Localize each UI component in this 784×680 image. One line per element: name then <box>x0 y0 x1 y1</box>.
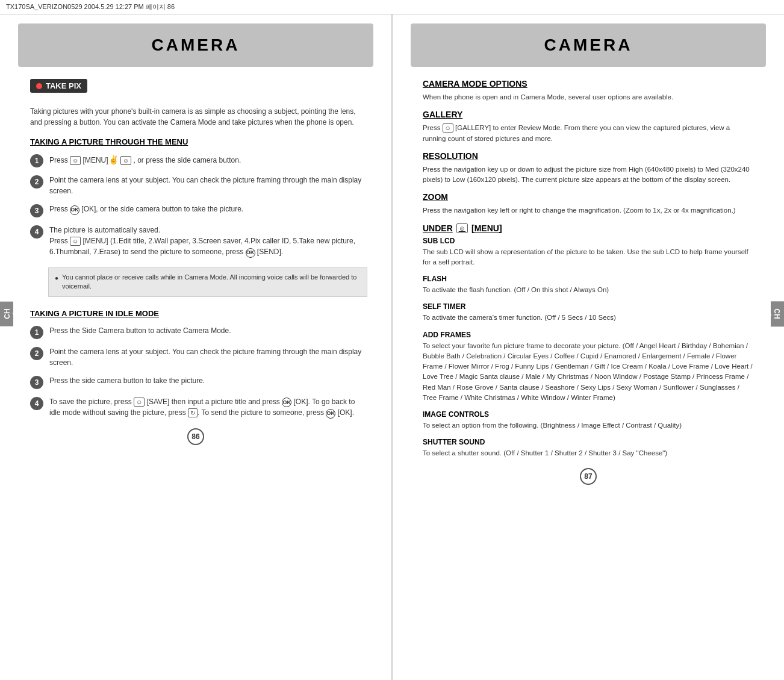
step-idle-4: 4 To save the picture, press ☺ [SAVE] th… <box>30 396 367 419</box>
ok-icon-4: OK <box>326 409 335 419</box>
step-idle-3: 3 Press the side camera button to take t… <box>30 375 367 389</box>
zoom-title: ZOOM <box>423 192 754 202</box>
step-idle-num-2: 2 <box>30 347 43 360</box>
step-idle-1: 1 Press the Side Camera button to activa… <box>30 325 367 339</box>
section1-title: TAKING A PICTURE THROUGH THE MENU <box>30 137 367 146</box>
step-idle-num-3: 3 <box>30 376 43 389</box>
left-page: CH 4 CAMERA TAKE PIX Taking pictures wit… <box>0 14 393 680</box>
right-page-number: 87 <box>393 468 784 485</box>
sub-lcd-text: The sub LCD will show a representation o… <box>423 247 754 268</box>
steps-menu: 1 Press ☺ [MENU]✌ ☺ , or press the side … <box>30 154 367 258</box>
step-text-3: Press OK [OK], or the side camera button… <box>49 204 243 215</box>
step-text-2: Point the camera lens at your subject. Y… <box>49 175 367 196</box>
section2: TAKING A PICTURE IN IDLE MODE 1 Press th… <box>30 309 367 419</box>
warning-text: You cannot place or receive calls while … <box>62 273 361 292</box>
gallery-text: Press ☺ [GALLERY] to enter Review Mode. … <box>423 123 754 144</box>
self-timer-section: SELF TIMER To activate the camera's time… <box>423 302 754 323</box>
ok-icon-3: OK <box>282 398 291 407</box>
section1: TAKING A PICTURE THROUGH THE MENU 1 Pres… <box>30 137 367 297</box>
step-idle-text-2: Point the camera lens at your subject. Y… <box>49 346 367 368</box>
resolution-text: Press the navigation key up or down to a… <box>423 164 754 186</box>
step-num-3: 3 <box>30 204 43 217</box>
step-idle-text-3: Press the side camera button to take the… <box>49 375 205 386</box>
step-idle-num-4: 4 <box>30 397 43 410</box>
steps-idle: 1 Press the Side Camera button to activa… <box>30 325 367 419</box>
self-timer-title: SELF TIMER <box>423 302 754 311</box>
right-page: CH4 CAMERA CAMERA MODE OPTIONS When the … <box>393 14 784 680</box>
right-header-title: CAMERA <box>411 36 766 55</box>
flash-section: FLASH To activate the flash function. (O… <box>423 275 754 295</box>
left-camera-header: CAMERA <box>18 23 373 67</box>
left-header-title: CAMERA <box>18 36 373 55</box>
chapter-tab-right: CH4 <box>771 302 784 326</box>
step-idle-text-1: Press the Side Camera button to activate… <box>49 325 231 336</box>
image-controls-text: To select an option from the following. … <box>423 420 754 431</box>
add-frames-text: To select your favorite fun picture fram… <box>423 341 754 404</box>
take-pix-section: TAKE PIX <box>30 79 367 100</box>
camera-mode-options: CAMERA MODE OPTIONS When the phone is op… <box>423 79 754 102</box>
warning-box: ● You cannot place or receive calls whil… <box>48 267 367 297</box>
step-num-2: 2 <box>30 175 43 189</box>
right-camera-header: CAMERA <box>411 23 766 67</box>
step-text-4: The picture is automatically saved. Pres… <box>49 225 367 258</box>
step-text-1: Press ☺ [MENU]✌ ☺ , or press the side ca… <box>49 154 241 166</box>
add-frames-section: ADD FRAMES To select your favorite fun p… <box>423 331 754 404</box>
self-timer-text: To activate the camera's timer function.… <box>423 313 754 323</box>
zoom-section: ZOOM Press the navigation key left or ri… <box>423 192 754 216</box>
gallery-title: GALLERY <box>423 110 754 119</box>
add-frames-title: ADD FRAMES <box>423 331 754 339</box>
sub-lcd-section: SUB LCD The sub LCD will show a represen… <box>423 237 754 268</box>
shutter-sound-section: SHUTTER SOUND To select a shutter sound.… <box>423 438 754 458</box>
step-menu-1: 1 Press ☺ [MENU]✌ ☺ , or press the side … <box>30 154 367 167</box>
left-page-number-circle: 86 <box>187 428 204 445</box>
step-idle-2: 2 Point the camera lens at your subject.… <box>30 346 367 368</box>
take-pix-dot <box>36 83 42 89</box>
under-menu-section: UNDER ☺[MENU] SUB LCD The sub LCD will s… <box>423 223 754 459</box>
sub-lcd-title: SUB LCD <box>423 237 754 245</box>
top-bar-text: TX170SA_VERIZON0529 2004.5.29 12:27 PM 페… <box>6 3 175 10</box>
camera-mode-intro: When the phone is open and in Camera Mod… <box>423 92 754 102</box>
flash-text: To activate the flash function. (Off / O… <box>423 285 754 295</box>
section2-title: TAKING A PICTURE IN IDLE MODE <box>30 309 367 318</box>
right-page-number-circle: 87 <box>580 468 597 485</box>
image-controls-title: IMAGE CONTROLS <box>423 410 754 419</box>
image-controls-section: IMAGE CONTROLS To select an option from … <box>423 410 754 431</box>
step-num-1: 1 <box>30 154 43 167</box>
warning-bullet: ● <box>55 274 58 282</box>
ok-icon-2: OK <box>246 248 255 258</box>
left-page-number: 86 <box>0 428 391 445</box>
take-pix-badge: TAKE PIX <box>30 79 87 93</box>
camera-mode-title: CAMERA MODE OPTIONS <box>423 79 754 89</box>
step-idle-num-1: 1 <box>30 326 43 339</box>
chapter-tab-left: CH 4 <box>0 302 13 326</box>
step-idle-text-4: To save the picture, press ☺ [SAVE] then… <box>49 396 367 419</box>
step-num-4: 4 <box>30 225 43 239</box>
resolution-title: RESOLUTION <box>423 151 754 161</box>
top-bar: TX170SA_VERIZON0529 2004.5.29 12:27 PM 페… <box>0 0 784 14</box>
shutter-sound-text: To select a shutter sound. (Off / Shutte… <box>423 448 754 458</box>
zoom-text: Press the navigation key left or right t… <box>423 205 754 216</box>
step-menu-4: 4 The picture is automatically saved. Pr… <box>30 225 367 258</box>
ok-icon: OK <box>70 205 79 215</box>
resolution-section: RESOLUTION Press the navigation key up o… <box>423 151 754 186</box>
flash-title: FLASH <box>423 275 754 283</box>
step-menu-2: 2 Point the camera lens at your subject.… <box>30 175 367 196</box>
step-menu-3: 3 Press OK [OK], or the side camera butt… <box>30 204 367 217</box>
under-menu-title: UNDER ☺[MENU] <box>423 223 754 233</box>
take-pix-label: TAKE PIX <box>46 81 81 90</box>
intro-text: Taking pictures with your phone's built-… <box>30 106 367 128</box>
gallery-section: GALLERY Press ☺ [GALLERY] to enter Revie… <box>423 110 754 144</box>
shutter-sound-title: SHUTTER SOUND <box>423 438 754 446</box>
